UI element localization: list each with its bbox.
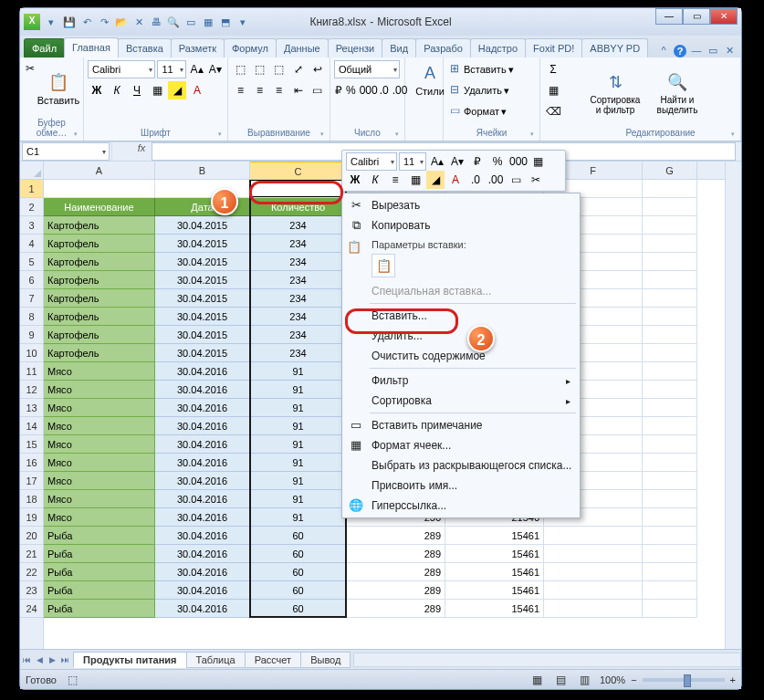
zoom-in-button[interactable]: +	[730, 674, 736, 685]
tab-insert[interactable]: Вставка	[118, 38, 172, 57]
underline-button[interactable]: Ч	[128, 81, 146, 99]
cell-B17[interactable]: 30.04.2016	[155, 472, 250, 490]
row-header-14[interactable]: 14	[20, 417, 43, 435]
cell-C19[interactable]: 91	[250, 508, 347, 527]
row-header-2[interactable]: 2	[20, 198, 43, 216]
cell-E20[interactable]	[445, 527, 544, 545]
cell-F23[interactable]	[544, 581, 643, 600]
mini-size-combo[interactable]: 11	[399, 152, 426, 171]
qat-save-icon[interactable]: 💾	[62, 15, 77, 29]
mini-border-icon[interactable]: ▦	[406, 171, 424, 189]
mini-incdec-icon[interactable]: .0	[466, 171, 485, 189]
font-name-combo[interactable]: Calibri	[88, 60, 155, 78]
align-center-icon[interactable]: ≡	[251, 81, 268, 99]
tab-layout[interactable]: Разметк	[171, 38, 225, 57]
col-header-B[interactable]: B	[155, 162, 250, 179]
indent-dec-icon[interactable]: ⇤	[289, 81, 307, 99]
cell-A4[interactable]: Картофель	[44, 235, 155, 253]
cell-A24[interactable]: Рыба	[44, 600, 155, 618]
sheet-nav-prev-icon[interactable]: ◀	[33, 655, 46, 664]
cell-C23[interactable]: 60	[250, 581, 347, 600]
cell-B23[interactable]: 30.04.2016	[155, 581, 250, 600]
tab-file[interactable]: Файл	[24, 38, 65, 57]
cell-B22[interactable]: 30.04.2016	[155, 563, 250, 581]
cell-E22[interactable]	[445, 563, 544, 581]
cell-B21[interactable]: 30.04.2016	[155, 545, 250, 563]
cell-A8[interactable]: Картофель	[44, 308, 155, 326]
cell-G12[interactable]	[643, 381, 697, 399]
minimize-button[interactable]: —	[655, 8, 683, 25]
cell-A13[interactable]: Мясо	[44, 399, 155, 417]
sheet-nav-first-icon[interactable]: ⏮	[20, 655, 33, 664]
autosum-icon[interactable]: Σ	[544, 60, 562, 78]
ctx-delete[interactable]: Удалить...	[344, 326, 578, 346]
cell-A10[interactable]: Картофель	[44, 344, 155, 362]
cell-A21[interactable]: Рыба	[44, 545, 155, 563]
cell-A22[interactable]: Рыба	[44, 563, 155, 581]
align-right-icon[interactable]: ≡	[270, 81, 288, 99]
cell-D24[interactable]	[347, 600, 445, 618]
cell-A12[interactable]: Мясо	[44, 381, 155, 399]
row-header-16[interactable]: 16	[20, 454, 43, 472]
mini-fmtpainter-icon[interactable]: ✂	[527, 171, 545, 189]
cell-C16[interactable]: 91	[250, 454, 347, 472]
cell-G23[interactable]	[643, 581, 697, 600]
sheet-tab-2[interactable]: Таблица	[186, 652, 246, 668]
cell-A23[interactable]: Рыба	[44, 581, 155, 600]
cell-F21[interactable]	[544, 545, 643, 563]
qat-btn11-icon[interactable]: ▾	[235, 15, 250, 29]
cell-G20[interactable]	[643, 527, 697, 545]
cell-B16[interactable]: 30.04.2016	[155, 454, 250, 472]
sheet-nav-next-icon[interactable]: ▶	[46, 655, 58, 664]
row-header-13[interactable]: 13	[20, 399, 43, 417]
cell-A9[interactable]: Картофель	[44, 326, 155, 344]
font-color-button[interactable]: A	[188, 81, 206, 99]
inc-dec-icon[interactable]: .0	[379, 81, 390, 99]
ctx-dropdown-list[interactable]: Выбрать из раскрывающегося списка...	[344, 455, 578, 475]
qat-preview-icon[interactable]: 🔍	[166, 15, 181, 29]
mini-grow-icon[interactable]: A▴	[428, 152, 446, 171]
cell-A5[interactable]: Картофель	[44, 253, 155, 271]
fx-icon[interactable]: fx	[131, 142, 152, 161]
paste-button[interactable]: 📋Вставить	[37, 59, 79, 117]
zoom-out-button[interactable]: −	[631, 674, 636, 685]
row-header-19[interactable]: 19	[20, 508, 43, 527]
col-header-A[interactable]: A	[44, 162, 155, 179]
qat-close-icon[interactable]: ✕	[131, 15, 146, 29]
cell-B15[interactable]: 30.04.2016	[155, 435, 250, 454]
close-button[interactable]: ✕	[710, 8, 738, 25]
tab-data[interactable]: Данные	[276, 38, 329, 57]
sheet-tab-4[interactable]: Вывод	[300, 652, 351, 668]
cell-G18[interactable]	[643, 490, 697, 508]
cell-G7[interactable]	[643, 289, 697, 308]
cell-F22[interactable]	[544, 563, 643, 581]
merge-icon[interactable]: ▭	[309, 81, 326, 99]
tab-abbyy[interactable]: ABBYY PD	[581, 38, 648, 57]
cell-G9[interactable]	[643, 326, 697, 344]
cell-A2[interactable]: Наименование	[44, 198, 155, 216]
comma-icon[interactable]: 000	[359, 81, 377, 99]
cell-G21[interactable]	[643, 545, 697, 563]
qat-open-icon[interactable]: 📂	[114, 15, 129, 29]
cell-C21[interactable]: 60	[250, 545, 347, 563]
row-header-3[interactable]: 3	[20, 216, 43, 235]
horizontal-scrollbar[interactable]	[353, 653, 741, 667]
cell-G11[interactable]	[643, 362, 697, 381]
cut-icon[interactable]: ✂	[24, 59, 36, 76]
cell-F20[interactable]	[544, 527, 643, 545]
find-select-button[interactable]: 🔍Найти и выделить	[648, 59, 706, 127]
shrink-font-icon[interactable]: A▾	[207, 60, 224, 78]
cell-A19[interactable]: Мясо	[44, 508, 155, 527]
tab-formulas[interactable]: Формул	[224, 38, 277, 57]
cell-G22[interactable]	[643, 563, 697, 581]
ctx-format-cells[interactable]: ▦Формат ячеек...	[344, 435, 578, 455]
cell-C13[interactable]: 91	[250, 399, 347, 417]
col-header-G[interactable]: G	[643, 162, 697, 179]
cell-C20[interactable]: 60	[250, 527, 347, 545]
qat-new-icon[interactable]: ▭	[183, 15, 198, 29]
cell-B7[interactable]: 30.04.2015	[155, 289, 250, 308]
fill-color-button[interactable]: ◢	[168, 81, 186, 99]
qat-redo-icon[interactable]: ↷	[97, 15, 111, 29]
name-box[interactable]: C1	[22, 142, 110, 161]
zoom-slider[interactable]	[643, 678, 725, 682]
